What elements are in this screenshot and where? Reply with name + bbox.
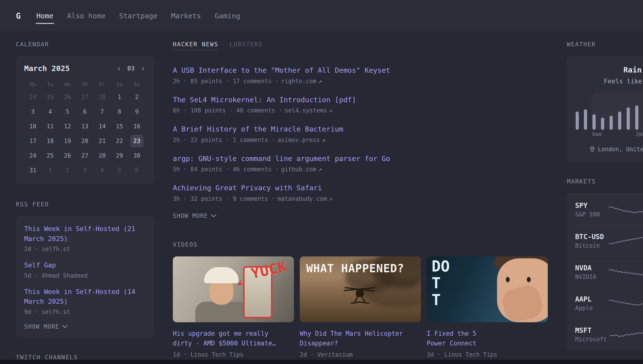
weather-bar bbox=[575, 93, 579, 130]
calendar-day: 17 bbox=[26, 135, 40, 147]
news-item-title[interactable]: Achieving Great Privacy with Safari bbox=[173, 183, 548, 193]
show-more-label: SHOW MORE bbox=[173, 212, 208, 219]
calendar-day: 27 bbox=[78, 91, 92, 104]
calendar-day: 12 bbox=[61, 120, 74, 133]
person-eye bbox=[506, 277, 510, 282]
rss-item-title[interactable]: This Week in Self-Hosted (21 March 2025) bbox=[24, 224, 146, 244]
calendar-month-indicator: 03 bbox=[127, 65, 135, 72]
calendar-day: 5 bbox=[61, 106, 74, 118]
calendar-day: 9 bbox=[130, 106, 144, 118]
calendar-day: 1 bbox=[113, 91, 126, 104]
market-ticker[interactable]: BTC-USD bbox=[575, 233, 606, 241]
news-show-more-button[interactable]: SHOW MORE bbox=[173, 212, 548, 219]
calendar-month-title: March 2025 bbox=[24, 64, 70, 73]
calendar-nav: ‹ 03 › bbox=[117, 64, 146, 72]
news-item-meta: 6h · 108 points · 40 comments ·sel4.syst… bbox=[173, 107, 548, 114]
market-name: Bitcoin bbox=[575, 242, 606, 249]
nav-tab-also-home[interactable]: Also home bbox=[67, 8, 106, 24]
weather-bar-fill bbox=[627, 107, 630, 130]
location-pin-icon bbox=[589, 146, 595, 152]
rss-item-meta: 2d · selfh.st bbox=[24, 246, 146, 252]
calendar-day: 10 bbox=[26, 120, 40, 133]
news-item: Achieving Great Privacy with Safari 3h ·… bbox=[173, 183, 548, 202]
news-item-source-link[interactable]: righto.com bbox=[281, 78, 316, 85]
person-eye bbox=[527, 277, 531, 282]
market-row: SPY S&P 500 -0.27% $563.98 bbox=[575, 194, 643, 225]
video-title[interactable]: His upgrade got me reallydirty - AMD $50… bbox=[173, 328, 294, 348]
market-ticker[interactable]: MSFT bbox=[575, 326, 607, 334]
video-title[interactable]: I Fixed the 5Power Connect bbox=[427, 328, 548, 348]
calendar-day: 11 bbox=[44, 120, 57, 133]
app-logo[interactable]: G bbox=[16, 11, 21, 21]
rss-section-title: RSS FEED bbox=[16, 201, 154, 208]
rss-item: This Week in Self-Hosted (14 March 2025)… bbox=[24, 287, 146, 316]
calendar-day: 27 bbox=[78, 149, 92, 162]
calendar-weekday: Su bbox=[128, 82, 146, 87]
news-item-title[interactable]: The SeL4 Microkernel: An Introduction [p… bbox=[173, 95, 548, 105]
calendar-day: 7 bbox=[96, 106, 109, 118]
calendar-day: 6 bbox=[78, 106, 92, 118]
video-thumbnail[interactable]: YUCK ➤ bbox=[173, 256, 294, 322]
center-column: HACKER NEWSLOBSTERS A USB Interface to t… bbox=[173, 41, 548, 358]
weather-section-title: WEATHER bbox=[567, 41, 643, 48]
weather-bar-fill bbox=[601, 118, 604, 130]
person-body bbox=[195, 302, 248, 322]
video-thumbnail[interactable]: WHAT HAPPENED? bbox=[300, 256, 421, 322]
calendar-day: 31 bbox=[26, 164, 40, 177]
rss-show-more-button[interactable]: SHOW MORE bbox=[24, 323, 146, 330]
nav-tab-gaming[interactable]: Gaming bbox=[214, 8, 241, 24]
market-info: MSFT Microsoft bbox=[575, 326, 607, 343]
external-link-icon: ↗ bbox=[318, 78, 322, 85]
thumbnail-overlay-text: WHAT HAPPENED? bbox=[306, 262, 404, 275]
weather-bar bbox=[584, 93, 587, 130]
rss-item-meta: 9d · selfh.st bbox=[24, 308, 146, 316]
calendar-day: 29 bbox=[113, 149, 126, 162]
videos-section-title: VIDEOS bbox=[173, 241, 548, 248]
news-item-title[interactable]: A USB Interface to the "Mother of All De… bbox=[173, 66, 548, 76]
news-item-source-link[interactable]: sel4.systems bbox=[285, 107, 327, 114]
calendar-day: 1 bbox=[44, 164, 57, 177]
calendar-day: 24 bbox=[26, 149, 40, 162]
rss-widget: This Week in Self-Hosted (21 March 2025)… bbox=[16, 216, 154, 337]
nav-tab-markets[interactable]: Markets bbox=[171, 8, 201, 24]
news-item-source-link[interactable]: asimov.press bbox=[278, 136, 320, 144]
news-item-meta: 5h · 84 points · 46 comments ·github.com… bbox=[173, 166, 548, 173]
weather-bar bbox=[609, 93, 613, 130]
weather-bar-fill bbox=[609, 116, 613, 130]
video-meta: 3d · Linus Tech Tips bbox=[427, 351, 548, 358]
market-sparkline bbox=[609, 203, 643, 217]
calendar-weekday: Fr bbox=[94, 82, 111, 87]
videos-row: YUCK ➤ His upgrade got me reallydirty - … bbox=[173, 256, 548, 358]
news-tabs: HACKER NEWSLOBSTERS bbox=[173, 41, 548, 50]
video-thumbnail[interactable]: DOTT bbox=[427, 256, 548, 322]
calendar-weekday: We bbox=[59, 82, 76, 87]
rss-list: This Week in Self-Hosted (21 March 2025)… bbox=[24, 224, 146, 316]
calendar-weekday: Mo bbox=[24, 82, 42, 87]
video-meta: 2d · Veritasium bbox=[300, 351, 421, 358]
rss-item-title[interactable]: Self Gap bbox=[24, 260, 146, 270]
nav-tab-home[interactable]: Home bbox=[36, 8, 54, 24]
calendar-next-icon[interactable]: › bbox=[141, 64, 146, 72]
market-ticker[interactable]: SPY bbox=[575, 202, 606, 210]
calendar-widget: March 2025 ‹ 03 › MoTuWeThFrSaSu 2425262… bbox=[16, 56, 154, 184]
rss-item-title[interactable]: This Week in Self-Hosted (14 March 2025) bbox=[24, 287, 146, 307]
market-ticker[interactable]: NVDA bbox=[575, 264, 606, 272]
market-sparkline bbox=[609, 266, 643, 279]
news-item-source-link[interactable]: github.com bbox=[281, 166, 316, 173]
market-sparkline bbox=[610, 328, 643, 342]
news-tab-lobsters[interactable]: LOBSTERS bbox=[230, 41, 263, 48]
calendar-prev-icon[interactable]: ‹ bbox=[117, 64, 121, 72]
news-item-meta: 2h · 85 points · 17 comments ·righto.com… bbox=[173, 78, 548, 85]
news-item-title[interactable]: argp: GNU-style command line argument pa… bbox=[173, 154, 548, 164]
nav-tab-startpage[interactable]: Startpage bbox=[119, 8, 158, 24]
calendar-day: 26 bbox=[61, 149, 74, 162]
calendar-day: 18 bbox=[44, 135, 57, 147]
calendar-day: 25 bbox=[44, 91, 57, 104]
news-item-source-link[interactable]: matanabudy.com bbox=[278, 196, 327, 202]
news-tab-hacker-news[interactable]: HACKER NEWS bbox=[173, 41, 218, 50]
news-item-meta: 3h · 32 points · 9 comments ·matanabudy.… bbox=[173, 196, 548, 202]
markets-widget: SPY S&P 500 -0.27% $563.98 BTC-USD Bitco… bbox=[567, 193, 643, 351]
video-title[interactable]: Why Did The Mars HelicopterDisappear? bbox=[300, 328, 421, 348]
news-item-title[interactable]: A Brief History of the Miracle Bacterium bbox=[173, 124, 548, 134]
market-ticker[interactable]: AAPL bbox=[575, 295, 606, 303]
